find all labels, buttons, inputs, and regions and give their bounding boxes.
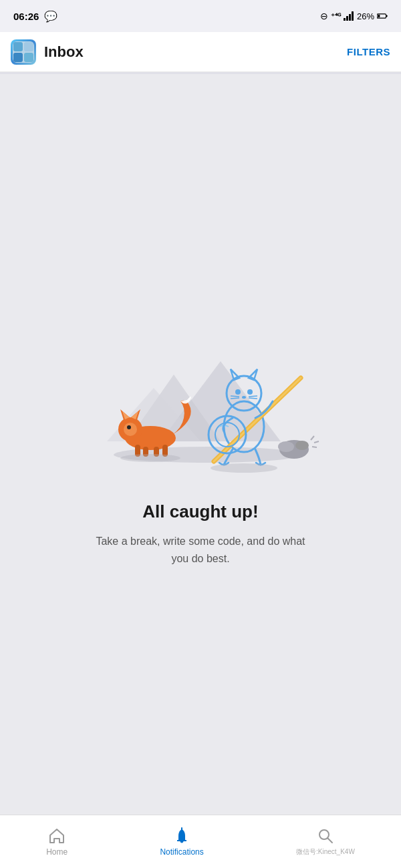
svg-point-51 bbox=[211, 463, 277, 473]
empty-state-illustration bbox=[87, 321, 314, 481]
svg-rect-11 bbox=[24, 53, 33, 62]
network-icon: ⁺⁴ᴳ bbox=[331, 12, 341, 21]
svg-rect-10 bbox=[13, 53, 23, 62]
avatar bbox=[11, 39, 36, 65]
bell-icon bbox=[173, 827, 190, 845]
svg-point-47 bbox=[295, 441, 309, 450]
svg-point-46 bbox=[278, 441, 294, 452]
svg-point-34 bbox=[235, 389, 241, 395]
battery-icon bbox=[377, 12, 388, 20]
svg-rect-0 bbox=[344, 18, 346, 21]
svg-line-40 bbox=[249, 398, 257, 399]
svg-line-54 bbox=[327, 838, 332, 843]
search-icon bbox=[317, 827, 334, 845]
status-bar: 06:26 💬 ⊖ ⁺⁴ᴳ 26% bbox=[0, 0, 401, 32]
svg-rect-5 bbox=[386, 15, 388, 17]
nav-item-search[interactable]: 微信号:Kinect_K4W bbox=[283, 822, 368, 862]
main-content: All caught up! Take a break, write some … bbox=[0, 74, 401, 815]
svg-point-24 bbox=[127, 425, 131, 429]
app-bar: Inbox FILTERS bbox=[0, 32, 401, 72]
avatar-image bbox=[13, 41, 34, 63]
svg-rect-9 bbox=[24, 42, 33, 51]
svg-point-36 bbox=[242, 396, 246, 399]
wechat-icon: 💬 bbox=[44, 10, 57, 23]
bottom-nav: Home Notifications 微信号:Kinect_K4W bbox=[0, 815, 401, 868]
svg-rect-3 bbox=[352, 11, 354, 21]
svg-rect-2 bbox=[349, 14, 351, 21]
svg-line-39 bbox=[249, 396, 257, 397]
nav-item-home[interactable]: Home bbox=[33, 822, 81, 862]
svg-rect-8 bbox=[13, 42, 23, 51]
empty-state-subtitle: Take a break, write some code, and do wh… bbox=[87, 533, 314, 567]
illustration-svg bbox=[87, 321, 327, 475]
svg-line-50 bbox=[312, 447, 317, 447]
home-icon bbox=[48, 827, 65, 845]
svg-point-29 bbox=[120, 454, 180, 462]
status-right: ⊖ ⁺⁴ᴳ 26% bbox=[320, 11, 388, 21]
svg-point-35 bbox=[247, 389, 253, 395]
svg-line-38 bbox=[231, 398, 239, 399]
nav-label-search: 微信号:Kinect_K4W bbox=[296, 847, 355, 857]
svg-line-49 bbox=[314, 441, 319, 443]
signal-icon bbox=[344, 11, 354, 21]
time-display: 06:26 bbox=[13, 11, 39, 22]
svg-rect-1 bbox=[346, 16, 348, 21]
svg-line-48 bbox=[311, 436, 314, 440]
status-left: 06:26 💬 bbox=[13, 10, 57, 23]
app-bar-left: Inbox bbox=[11, 39, 84, 65]
svg-rect-6 bbox=[378, 15, 380, 17]
svg-line-37 bbox=[231, 396, 239, 397]
nav-item-notifications[interactable]: Notifications bbox=[146, 822, 217, 862]
battery-display: 26% bbox=[357, 11, 374, 21]
filters-button[interactable]: FILTERS bbox=[347, 46, 390, 57]
nav-label-notifications: Notifications bbox=[160, 847, 203, 857]
do-not-disturb-icon: ⊖ bbox=[320, 11, 328, 21]
svg-point-18 bbox=[124, 423, 137, 436]
nav-label-home: Home bbox=[46, 847, 68, 857]
page-title: Inbox bbox=[44, 43, 84, 61]
empty-state-title: All caught up! bbox=[142, 501, 258, 522]
